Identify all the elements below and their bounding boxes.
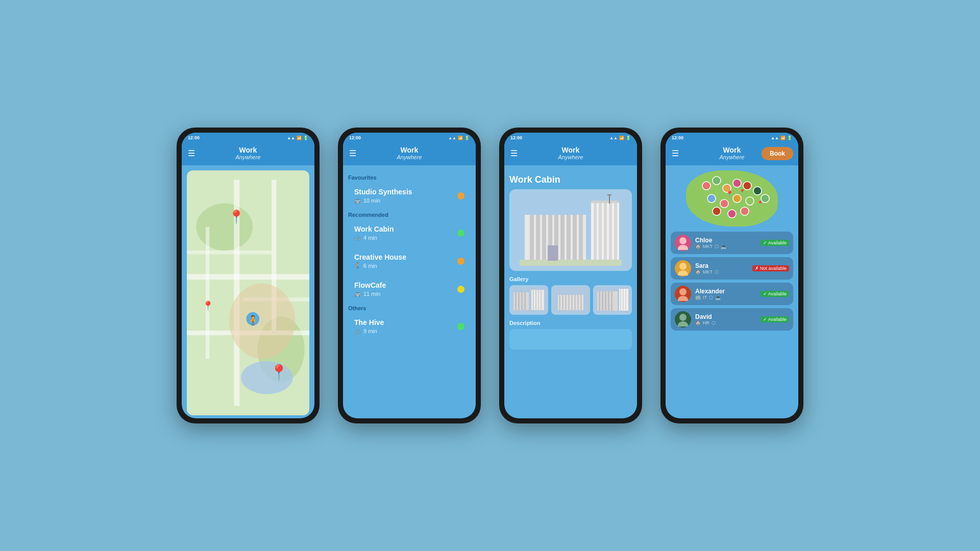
org-icon-sara: ⬡	[715, 269, 719, 274]
header-2: ☰ Work Anywhere	[343, 143, 476, 165]
svg-point-68	[713, 177, 721, 185]
svg-rect-32	[609, 194, 610, 204]
gallery-thumb-2[interactable]	[551, 285, 590, 315]
svg-point-76	[746, 197, 754, 205]
transport-icon-studio: 🚌	[354, 197, 361, 204]
item-name-flowcafe: FlowCafe	[354, 281, 386, 289]
svg-rect-19	[560, 215, 565, 261]
status-badge-david: ✓ Available	[761, 316, 789, 322]
item-name-workcabin: Work Cabin	[354, 225, 394, 233]
svg-point-11	[229, 284, 295, 359]
screen-icon-chloe: 💻	[721, 244, 726, 249]
wifi-icon: 📶	[297, 136, 302, 140]
battery-icon-3: 🔋	[626, 136, 631, 140]
app-title-3: Work	[558, 146, 583, 154]
book-button[interactable]: Book	[762, 147, 793, 160]
app-subtitle-1: Anywhere	[236, 154, 261, 160]
app-subtitle-4: Anywhere	[720, 154, 745, 160]
svg-rect-54	[580, 295, 582, 310]
svg-point-91	[679, 314, 687, 321]
status-bar-1: 12:00 ▲▲ 📶 🔋	[182, 133, 314, 143]
battery-icon: 🔋	[303, 136, 308, 140]
svg-rect-8	[206, 227, 209, 359]
battery-icon-2: 🔋	[464, 136, 470, 140]
dot-flowcafe	[457, 286, 464, 293]
svg-text:📍: 📍	[726, 190, 733, 197]
status-badge-sara: ✗ Not available	[752, 265, 789, 271]
team-meta-alexander: 🏢 IT ⬡ 💻	[695, 295, 756, 300]
status-bar-2: 12:00 ▲▲ 📶 🔋	[343, 133, 476, 143]
gallery-row	[509, 285, 632, 315]
svg-rect-52	[574, 295, 576, 310]
section-recommended: Recommended	[348, 212, 471, 218]
menu-icon-4[interactable]: ☰	[672, 148, 679, 158]
main-image	[509, 189, 632, 271]
gallery-thumb-1[interactable]	[509, 285, 548, 315]
svg-rect-41	[533, 290, 534, 310]
svg-rect-22	[579, 215, 583, 261]
status-badge-chloe: ✓ Available	[761, 240, 789, 246]
transport-icon-hive: 🚲	[354, 328, 361, 334]
team-item-chloe: Chloe 🏠 MKT ⬡ 💻 ✓ Available	[671, 232, 793, 254]
svg-rect-26	[604, 202, 607, 261]
svg-rect-33	[607, 194, 611, 195]
team-item-alexander: Alexander 🏢 IT ⬡ 💻 ✓ Available	[671, 283, 793, 305]
avatar-alexander	[675, 286, 691, 302]
svg-rect-51	[571, 295, 573, 310]
app-subtitle-3: Anywhere	[558, 154, 583, 160]
building-svg	[520, 194, 622, 266]
status-badge-alexander: ✓ Available	[761, 291, 789, 297]
svg-rect-39	[524, 292, 526, 310]
map-content: 📍 📍 📍 🧍	[182, 165, 314, 418]
list-item-studio[interactable]: Studio Synthesis 🚌 10 min	[348, 184, 471, 208]
team-list: Chloe 🏠 MKT ⬡ 💻 ✓ Available	[671, 232, 793, 331]
menu-icon-2[interactable]: ☰	[349, 148, 356, 158]
svg-point-79	[728, 210, 736, 218]
svg-point-78	[713, 207, 721, 215]
svg-rect-37	[518, 292, 520, 310]
description-box	[509, 329, 632, 349]
svg-rect-44	[541, 290, 542, 310]
dot-hive	[457, 323, 464, 330]
svg-rect-24	[594, 202, 597, 261]
svg-rect-46	[558, 295, 583, 310]
svg-point-73	[707, 194, 716, 203]
list-item-workcabin[interactable]: Work Cabin 🚲 4 min	[348, 221, 471, 245]
time-1: 12:00	[188, 135, 200, 140]
svg-rect-64	[623, 289, 624, 311]
svg-point-92	[678, 321, 688, 327]
status-icons-2: ▲▲ 📶 🔋	[448, 136, 470, 140]
dept-icon-david: 🏠	[695, 320, 701, 325]
app-subtitle-2: Anywhere	[397, 154, 422, 160]
org-icon-alexander: ⬡	[709, 295, 713, 300]
svg-point-80	[741, 207, 749, 215]
signal-icon-2: ▲▲	[448, 136, 456, 140]
avatar-chloe	[675, 235, 691, 251]
svg-rect-20	[567, 215, 571, 261]
svg-rect-15	[536, 215, 540, 261]
menu-icon-1[interactable]: ☰	[188, 148, 195, 158]
mini-map: 📍 📍 📍	[686, 170, 778, 227]
team-name-sara: Sara	[695, 262, 748, 269]
phone-4-booking: 12:00 ▲▲ 📶 🔋 ☰ Work Anywhere Book	[660, 128, 803, 423]
transport-icon-flow: 🚌	[354, 290, 361, 297]
map-view[interactable]: 📍 📍 📍 🧍	[187, 170, 309, 415]
list-item-flowcafe[interactable]: FlowCafe 🚌 11 min	[348, 277, 471, 301]
phone-2-list: 12:00 ▲▲ 📶 🔋 ☰ Work Anywhere Favourites …	[338, 128, 481, 423]
detail-content: Work Cabin	[504, 165, 637, 418]
pin-bottom: 📍	[270, 363, 288, 382]
menu-icon-3[interactable]: ☰	[510, 148, 518, 158]
signal-icon: ▲▲	[287, 136, 295, 140]
gallery-label: Gallery	[509, 276, 632, 282]
status-icons-4: ▲▲ 📶 🔋	[771, 136, 792, 140]
svg-rect-21	[573, 215, 577, 261]
svg-rect-59	[605, 291, 606, 311]
team-meta-david: 🏠 HR ⬡	[695, 320, 756, 325]
gallery-thumb-3[interactable]	[593, 285, 632, 315]
svg-text:📍: 📍	[739, 188, 746, 195]
svg-rect-29	[591, 201, 619, 203]
list-content: Favourites Studio Synthesis 🚌 10 min Rec…	[343, 165, 476, 418]
list-item-hive[interactable]: The Hive 🚲 9 min	[348, 314, 471, 338]
svg-rect-31	[548, 245, 558, 261]
list-item-creativehouse[interactable]: Creative House 🚶 6 min	[348, 249, 471, 273]
